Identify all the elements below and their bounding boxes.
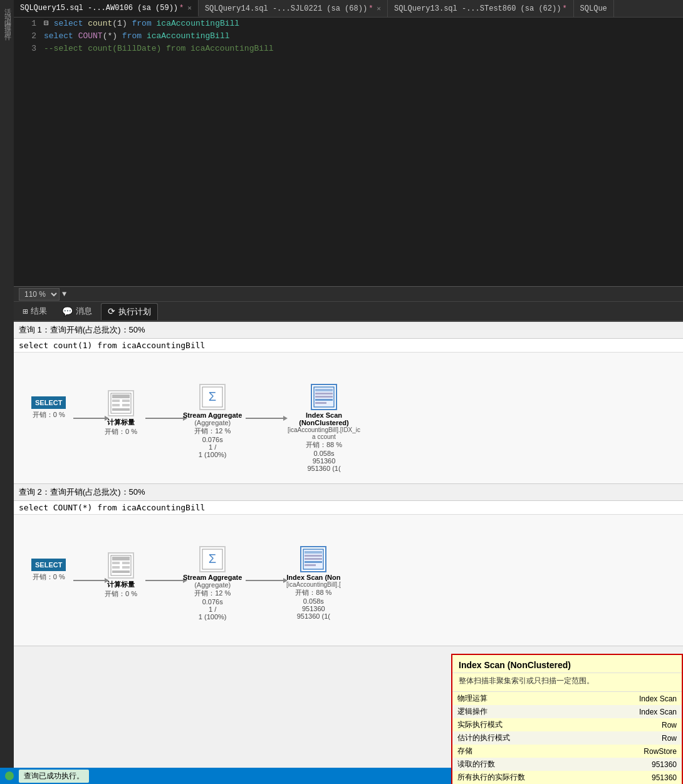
tab-1-label: SQLQuery14.sql -...SJL0221 (sa (68)): [205, 4, 367, 13]
query2-indexscan-rows2: 951360 (1(: [297, 612, 330, 620]
query2-stream-rows2: 1 (100%): [199, 613, 227, 621]
query1-stream-rows1: 1 /: [209, 443, 216, 451]
query1-stream-subtitle: (Aggregate): [194, 419, 231, 426]
query1-indexscan-rows1: 951360: [313, 457, 336, 465]
exec-plan: 查询 1：查询开销(占总批次)：50% select count(1) from…: [14, 322, 683, 784]
query2-sql-text: select COUNT(*) from icaAccountingBill: [19, 503, 205, 512]
query1-calc-icon: [108, 390, 134, 416]
svg-rect-32: [122, 566, 130, 569]
tooltip-row-3: 估计的执行模式Row: [452, 731, 682, 745]
query1-select-badge: SELECT: [35, 399, 62, 406]
query1-stream-rows2: 1 (100%): [199, 451, 227, 458]
results-label: 结果: [31, 306, 47, 317]
query1-indexscan-node: Index Scan (NonClustered) [icaAccounting…: [286, 384, 362, 472]
query2-indexscan-icon: [300, 546, 326, 572]
code-line-2: 2 select COUNT(*) from icaAccountingBill: [14, 30, 683, 43]
query1-indexscan-rows2: 951360 (1(: [307, 465, 340, 472]
query1-indexscan-cost: 开销：88 %: [306, 441, 342, 448]
query1-select-cost: 开销：0 %: [33, 411, 65, 418]
zoom-select[interactable]: 110 % 100 % 75 %: [19, 288, 60, 301]
query1-sql: select count(1) from icaAccountingBill: [14, 339, 683, 353]
tooltip-row-0: 物理运算Index Scan: [452, 692, 682, 705]
tab-0-label: SQLQuery15.sql -...AW0106 (sa (59)): [20, 4, 178, 13]
tooltip-row-5: 读取的行数951360: [452, 758, 682, 771]
tab-1[interactable]: SQLQuery14.sql -...SJL0221 (sa (68)) * ✕: [199, 0, 388, 17]
query2-calc-label: 计算标量: [107, 580, 135, 589]
svg-rect-38: [305, 555, 322, 557]
tab-messages[interactable]: 💬 消息: [56, 303, 98, 319]
query2-select-badge: SELECT: [35, 561, 62, 569]
query2-diagram: SELECT 开销：0 % 计算标量 开销：0 %: [14, 515, 683, 646]
tab-0[interactable]: SQLQuery15.sql -...AW0106 (sa (59)) * ✕: [14, 0, 199, 17]
svg-text:Σ: Σ: [209, 389, 216, 403]
query1-indexscan-title: Index Scan (NonClustered): [299, 411, 348, 426]
query2-indexscan-title: Index Scan (Non: [286, 574, 340, 581]
results-tabs: ⊞ 结果 💬 消息 ⟳ 执行计划: [14, 302, 683, 322]
query2-stream-subtitle: (Aggregate): [194, 581, 231, 589]
query2-stream-node: Σ Stream Aggregate (Aggregate) 开销：12 % 0…: [183, 546, 242, 621]
messages-label: 消息: [76, 306, 92, 317]
query2-header-text: 查询 2：查询开销(占总批次)：50%: [19, 487, 145, 497]
svg-rect-19: [315, 399, 333, 401]
svg-rect-33: [112, 570, 130, 573]
query1-indexscan-time: 0.058s: [313, 450, 334, 457]
query1-header: 查询 1：查询开销(占总批次)：50%: [14, 322, 683, 339]
query2-calc-cost: 开销：0 %: [105, 589, 137, 599]
tab-3[interactable]: SQLQue: [574, 0, 614, 17]
query1-stream-title: Stream Aggregate: [183, 411, 242, 419]
code-text-2[interactable]: select COUNT(*) from icaAccountingBill: [44, 30, 230, 43]
tab-3-label: SQLQue: [580, 4, 607, 13]
tab-2-label: SQLQuery13.sql -...STest860 (sa (62)): [394, 4, 561, 13]
tooltip-row-4: 存储RowStore: [452, 745, 682, 758]
query2-stream-rows1: 1 /: [209, 606, 216, 613]
query1-calc-label: 计算标量: [107, 418, 135, 427]
svg-rect-29: [112, 562, 120, 564]
tab-0-close[interactable]: ✕: [187, 4, 192, 12]
tab-2[interactable]: SQLQuery13.sql -...STest860 (sa (62)) *: [388, 0, 574, 17]
svg-rect-39: [305, 558, 322, 560]
query1-stream-cost: 开销：12 %: [194, 427, 231, 435]
code-editor: 1 ⊟ select count(1) from icaAccountingBi…: [14, 18, 683, 287]
tooltip-row-2: 实际执行模式Row: [452, 718, 682, 731]
svg-rect-18: [315, 396, 333, 398]
svg-rect-9: [122, 400, 130, 402]
tab-execplan[interactable]: ⟳ 执行计划: [101, 303, 158, 320]
tab-1-close[interactable]: ✕: [377, 4, 381, 13]
query2-stream-time: 0.076s: [202, 598, 223, 606]
query1-stream-time: 0.076s: [202, 436, 223, 443]
tab-results[interactable]: ⊞ 结果: [16, 303, 53, 319]
query2-indexscan-subtitle: [icaAccountingBill].[: [286, 581, 341, 588]
tooltip-table: 物理运算Index Scan 逻辑操作Index Scan 实际执行模式Row …: [452, 692, 682, 784]
code-line-3: 3 --select count(BillDate) from icaAccou…: [14, 43, 683, 55]
query2-stream-icon: Σ: [199, 546, 226, 572]
query2-indexscan-cost: 开销：88 %: [295, 589, 331, 596]
tab-0-modified: *: [179, 4, 184, 13]
svg-rect-20: [315, 402, 326, 404]
svg-rect-37: [305, 551, 322, 554]
messages-icon: 💬: [62, 306, 73, 317]
tooltip-row-1: 逻辑操作Index Scan: [452, 705, 682, 718]
query1-stream-icon: Σ: [199, 384, 226, 410]
svg-text:Σ: Σ: [209, 552, 216, 565]
code-text-1[interactable]: ⊟ select count(1) from icaAccountingBill: [44, 18, 239, 30]
query2-indexscan-node: Index Scan (Non [icaAccountingBill].[ 开销…: [286, 546, 341, 620]
svg-rect-10: [112, 404, 120, 406]
svg-rect-30: [122, 562, 130, 564]
tooltip-title: Index Scan (NonClustered): [452, 655, 682, 673]
query1-indexscan-subtitle: [icaAccountingBill].[IDX_ica ccount: [288, 426, 360, 440]
query2-select-node: SELECT 开销：0 %: [31, 559, 66, 582]
query1-diagram: SELECT 开销：0 % 计算标量 开销：0 %: [14, 353, 683, 484]
zoom-arrow: ▼: [62, 290, 66, 299]
svg-rect-7: [112, 395, 130, 398]
code-text-3[interactable]: --select count(BillDate) from icaAccount…: [44, 43, 274, 55]
query2-indexscan-time: 0.058s: [303, 597, 324, 605]
status-dot: [5, 771, 14, 780]
zoom-bar: 110 % 100 % 75 % ▼: [14, 287, 683, 302]
tab-2-modified: *: [562, 4, 566, 13]
query1-indexscan-icon: [311, 384, 337, 410]
query2-select-cost: 开销：0 %: [33, 573, 65, 580]
execplan-label: 执行计划: [118, 306, 151, 317]
svg-rect-16: [315, 389, 333, 391]
svg-rect-12: [112, 408, 130, 411]
svg-rect-17: [315, 393, 333, 395]
